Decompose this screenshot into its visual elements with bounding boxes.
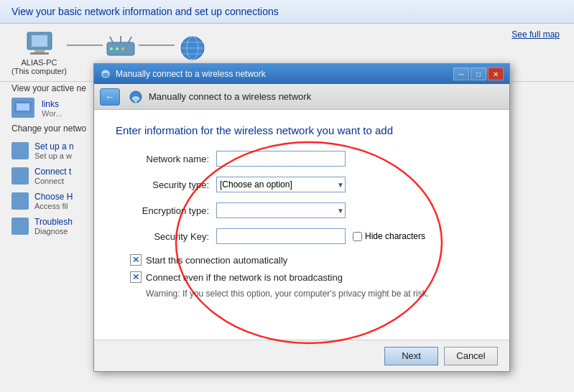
change-item-text-3: Choose H Access fil <box>34 191 73 210</box>
network-wireless-icon <box>100 68 111 80</box>
change-item-icon-3 <box>11 192 29 210</box>
change-item-text-2: Connect t Connect <box>34 166 71 185</box>
svg-rect-17 <box>17 103 29 111</box>
encryption-type-label: Encryption type: <box>116 205 209 216</box>
bg-header: View your basic network information and … <box>0 0 574 24</box>
auto-connect-area: ✕ Start this connection automatically <box>116 254 488 266</box>
dialog-title: Manually connect to a wireless network <box>116 69 453 79</box>
bg-header-text: View your basic network information and … <box>11 6 279 17</box>
dialog: Manually connect to a wireless network ─… <box>93 63 510 372</box>
active-network-text: links Wor... <box>42 98 63 118</box>
active-network-link[interactable]: links <box>42 99 59 109</box>
change-item-desc-3: Access fil <box>34 202 73 210</box>
dialog-titlebar-icon <box>100 68 111 80</box>
security-key-row: Security Key: Hide characters <box>116 228 488 244</box>
active-network-status: Wor... <box>42 109 63 118</box>
change-item-link-3[interactable]: Choose H <box>34 192 73 202</box>
broadcast-label: Connect even if the network is not broad… <box>146 272 343 283</box>
change-item-icon-1 <box>11 142 29 159</box>
node-alias-pc: ALIAS-PC (This computer) <box>11 29 67 75</box>
network-icon <box>11 98 34 118</box>
svg-point-5 <box>110 47 113 50</box>
security-type-row: Security type: [Choose an option] No aut… <box>116 177 488 192</box>
router-icon <box>103 34 139 62</box>
cancel-button[interactable]: Cancel <box>444 347 498 365</box>
network-line-2 <box>139 45 175 46</box>
dialog-titlebar: Manually connect to a wireless network ─… <box>94 64 509 84</box>
dialog-content: Enter information for the wireless netwo… <box>94 110 509 340</box>
security-type-select-wrapper: [Choose an option] No authentication (Op… <box>216 177 346 192</box>
change-item-text-4: Troublesh Diagnose <box>34 216 73 235</box>
svg-rect-3 <box>30 52 49 55</box>
back-button[interactable]: ← <box>100 88 120 106</box>
change-item-desc-1: Set up a w <box>34 151 74 160</box>
encryption-type-select-wrapper: ▼ <box>216 202 346 218</box>
broadcast-area: ✕ Connect even if the network is not bro… <box>116 271 488 283</box>
change-item-desc-4: Diagnose <box>34 227 73 235</box>
network-line-1 <box>67 45 103 46</box>
network-name-input[interactable] <box>216 151 346 167</box>
change-item-icon-4 <box>11 218 29 235</box>
network-connection-icon <box>13 100 33 116</box>
next-button[interactable]: Next <box>384 347 438 365</box>
network-name-row: Network name: <box>116 151 488 167</box>
broadcast-checkbox[interactable]: ✕ <box>130 271 142 283</box>
svg-rect-2 <box>34 50 45 52</box>
close-button[interactable]: ✕ <box>488 67 504 80</box>
security-key-input[interactable] <box>216 228 346 244</box>
svg-point-6 <box>116 47 119 50</box>
warning-text: Warning: If you select this option, your… <box>116 289 488 299</box>
change-item-link-4[interactable]: Troublesh <box>34 217 73 227</box>
change-item-link-1[interactable]: Set up a n <box>34 141 74 151</box>
hide-characters-container: Hide characters <box>353 231 425 241</box>
svg-point-19 <box>105 78 106 79</box>
see-full-map-link[interactable]: See full map <box>511 29 560 39</box>
security-type-select[interactable]: [Choose an option] No authentication (Op… <box>216 177 346 192</box>
auto-connect-label: Start this connection automatically <box>146 255 287 266</box>
computer-icon <box>22 29 57 58</box>
encryption-type-select[interactable] <box>216 202 346 218</box>
dialog-navbar: ← Manually connect to a wireless network <box>94 84 509 110</box>
change-item-text-1: Set up a n Set up a w <box>34 141 74 160</box>
change-item-desc-2: Connect <box>34 177 71 185</box>
security-key-label: Security Key: <box>116 231 209 242</box>
hide-characters-label: Hide characters <box>365 231 425 241</box>
svg-line-8 <box>110 37 113 42</box>
maximize-button[interactable]: □ <box>471 67 486 80</box>
titlebar-controls: ─ □ ✕ <box>453 67 504 80</box>
minimize-button[interactable]: ─ <box>453 67 469 80</box>
network-navbar-icon <box>129 90 143 104</box>
svg-point-7 <box>121 47 124 50</box>
dialog-heading: Enter information for the wireless netwo… <box>116 124 488 136</box>
security-type-label: Security type: <box>116 179 209 190</box>
dialog-navbar-title: Manually connect to a wireless network <box>149 91 311 102</box>
encryption-type-row: Encryption type: ▼ <box>116 202 488 218</box>
svg-rect-1 <box>32 35 47 47</box>
dialog-footer: Next Cancel <box>94 340 509 371</box>
svg-line-10 <box>129 37 131 42</box>
node-alias-pc-label: ALIAS-PC (This computer) <box>11 58 67 75</box>
network-name-label: Network name: <box>116 154 209 164</box>
svg-point-21 <box>135 100 137 102</box>
auto-connect-checkbox[interactable]: ✕ <box>130 254 142 266</box>
globe-icon <box>175 34 210 62</box>
change-item-link-2[interactable]: Connect t <box>34 167 71 177</box>
security-key-controls: Hide characters <box>216 228 425 244</box>
change-item-icon-2 <box>11 167 29 185</box>
hide-characters-checkbox[interactable] <box>353 232 362 241</box>
